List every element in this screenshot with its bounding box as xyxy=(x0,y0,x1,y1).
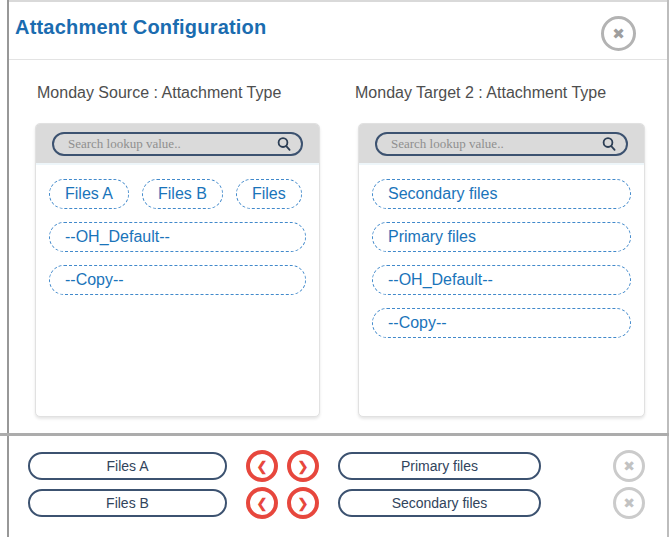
dialog-title: Attachment Configuration xyxy=(15,16,266,39)
close-icon: ✖ xyxy=(612,25,625,43)
search-icon xyxy=(601,136,617,152)
target-panel-body: Secondary files Primary files --OH_Defau… xyxy=(359,165,644,352)
mapping-source-pill[interactable]: Files B xyxy=(28,489,227,517)
source-column-title: Monday Source : Attachment Type xyxy=(37,84,281,102)
target-search-input[interactable] xyxy=(389,135,601,153)
chevron-left-icon: ❮ xyxy=(257,496,268,511)
mapping-target-pill[interactable]: Primary files xyxy=(338,452,541,480)
target-column-title: Monday Target 2 : Attachment Type xyxy=(355,84,606,102)
target-panel-header xyxy=(359,124,644,165)
dialog-close-button[interactable]: ✖ xyxy=(601,16,636,51)
section-divider xyxy=(0,433,669,436)
header-divider xyxy=(9,59,667,60)
remove-icon: ✖ xyxy=(623,458,635,474)
lookup-pill-files[interactable]: Files xyxy=(236,179,302,209)
remove-mapping-button[interactable]: ✖ xyxy=(613,487,645,519)
move-left-button[interactable]: ❮ xyxy=(246,487,278,519)
move-left-button[interactable]: ❮ xyxy=(246,450,278,482)
source-lookup-panel: Files A Files B Files --OH_Default-- --C… xyxy=(35,123,320,417)
chevron-left-icon: ❮ xyxy=(257,459,268,474)
target-search-box[interactable] xyxy=(375,132,628,156)
source-panel-body: Files A Files B Files --OH_Default-- --C… xyxy=(36,165,319,309)
move-right-button[interactable]: ❯ xyxy=(287,450,319,482)
lookup-pill-copy[interactable]: --Copy-- xyxy=(372,308,631,338)
lookup-pill-primary-files[interactable]: Primary files xyxy=(372,222,631,252)
lookup-pill-files-a[interactable]: Files A xyxy=(49,179,129,209)
move-right-button[interactable]: ❯ xyxy=(287,487,319,519)
remove-mapping-button[interactable]: ✖ xyxy=(613,450,645,482)
chevron-right-icon: ❯ xyxy=(298,496,309,511)
mapping-source-pill[interactable]: Files A xyxy=(28,452,227,480)
source-search-box[interactable] xyxy=(52,132,303,156)
mapping-target-pill[interactable]: Secondary files xyxy=(338,489,541,517)
source-panel-header xyxy=(36,124,319,165)
lookup-pill-copy[interactable]: --Copy-- xyxy=(49,265,306,295)
source-search-input[interactable] xyxy=(66,135,276,153)
target-lookup-panel: Secondary files Primary files --OH_Defau… xyxy=(358,123,645,417)
lookup-pill-files-b[interactable]: Files B xyxy=(142,179,223,209)
lookup-pill-secondary-files[interactable]: Secondary files xyxy=(372,179,631,209)
dialog-left-border xyxy=(7,0,9,537)
chevron-right-icon: ❯ xyxy=(298,459,309,474)
lookup-pill-oh-default[interactable]: --OH_Default-- xyxy=(372,265,631,295)
lookup-pill-oh-default[interactable]: --OH_Default-- xyxy=(49,222,306,252)
remove-icon: ✖ xyxy=(623,495,635,511)
search-icon xyxy=(276,136,292,152)
dialog-top-border xyxy=(9,0,667,2)
source-pill-row: Files A Files B Files xyxy=(49,179,306,209)
